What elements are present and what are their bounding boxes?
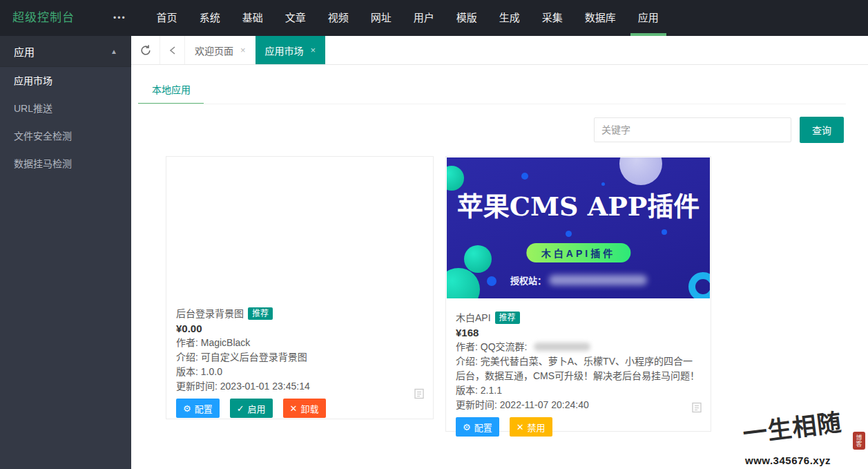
tab-app-market[interactable]: 应用市场 ×	[255, 36, 326, 64]
app-author: 作者: MagicBlack	[176, 336, 423, 350]
more-menu-icon[interactable]: •••	[104, 0, 136, 36]
changelog-document-icon[interactable]	[691, 401, 702, 416]
sidebar-group-app[interactable]: 应用 ▲	[0, 36, 131, 67]
gear-icon: ⚙	[463, 423, 471, 432]
nav-item-template[interactable]: 模版	[445, 0, 488, 36]
nav-item-website[interactable]: 网址	[360, 0, 403, 36]
recommended-badge: 推荐	[248, 307, 273, 320]
close-icon[interactable]: ×	[311, 45, 316, 55]
refresh-icon	[139, 44, 152, 57]
decor-dot-blue	[521, 173, 528, 180]
app-price: ¥168	[456, 325, 701, 340]
decor-ring-blue	[688, 272, 710, 298]
nav-item-user[interactable]: 用户	[403, 0, 445, 36]
disable-button[interactable]: ✕ 禁用	[510, 417, 552, 437]
app-version: 版本: 2.1.1	[456, 383, 701, 398]
app-card-mubai-api: 苹果CMS APP插件 木白API插件 授权站： 木白API推荐 ¥168 作者…	[445, 156, 711, 432]
sidebar-item-file-security-check[interactable]: 文件安全检测	[0, 122, 131, 150]
decor-circle-teal	[464, 245, 492, 273]
tab-local-apps[interactable]: 本地应用	[152, 82, 191, 96]
enable-button-label: 启用	[248, 402, 266, 415]
redacted-auth-site	[549, 275, 647, 285]
app-updated-time: 更新时间: 2023-01-01 23:45:14	[176, 379, 423, 394]
nav-item-home[interactable]: 首页	[146, 0, 189, 36]
changelog-document-icon[interactable]	[414, 387, 425, 402]
banner-title: 苹果CMS APP插件	[447, 185, 710, 223]
redacted-qq-group	[534, 343, 590, 351]
sidebar-item-data-trojan-check[interactable]: 数据挂马检测	[0, 150, 131, 178]
app-author: 作者: QQ交流群:	[456, 341, 527, 352]
nav-item-app[interactable]: 应用	[627, 0, 670, 36]
tab-welcome-page[interactable]: 欢迎页面 ×	[185, 36, 255, 64]
sidebar: 应用 ▲ 应用市场 URL推送 文件安全检测 数据挂马检测	[0, 36, 131, 469]
refresh-button[interactable]	[131, 36, 160, 64]
app-title: 后台登录背景图	[176, 308, 244, 319]
main-content: 本地应用 查询 后台登录背景图推荐 ¥0.00 作者: MagicBlack 介…	[131, 65, 868, 469]
config-button[interactable]: ⚙ 配置	[456, 417, 499, 437]
banner-auth-label: 授权站：	[510, 274, 546, 287]
app-card-image-empty	[166, 157, 433, 306]
disable-button-label: 禁用	[528, 421, 546, 434]
app-price: ¥0.00	[176, 321, 423, 336]
app-card-body: 后台登录背景图推荐 ¥0.00 作者: MagicBlack 介绍: 可自定义后…	[176, 306, 423, 418]
sidebar-item-url-push[interactable]: URL推送	[0, 95, 131, 122]
nav-item-generate[interactable]: 生成	[488, 0, 531, 36]
decor-dot-blue	[662, 229, 667, 235]
app-card-login-background: 后台登录背景图推荐 ¥0.00 作者: MagicBlack 介绍: 可自定义后…	[166, 156, 434, 419]
nav-item-basic[interactable]: 基础	[231, 0, 274, 36]
nav-item-system[interactable]: 系统	[189, 0, 231, 36]
app-logo: 超级控制台	[0, 0, 104, 36]
app-version: 版本: 1.0.0	[176, 365, 423, 379]
decor-dot-blue	[566, 231, 572, 237]
gear-icon: ⚙	[183, 404, 191, 413]
nav-item-video[interactable]: 视频	[317, 0, 360, 36]
config-button-label: 配置	[474, 421, 492, 434]
uninstall-button[interactable]: ✕ 卸载	[283, 399, 326, 418]
nav-item-collect[interactable]: 采集	[531, 0, 574, 36]
chevron-left-icon	[168, 45, 177, 56]
uninstall-button-label: 卸载	[301, 402, 319, 415]
app-title: 木白API	[456, 312, 491, 323]
config-button-label: 配置	[195, 402, 213, 415]
nav-item-database[interactable]: 数据库	[574, 0, 627, 36]
decor-dot-blue	[487, 276, 496, 286]
app-updated-time: 更新时间: 2022-11-07 20:24:40	[456, 398, 701, 412]
recommended-badge: 推荐	[495, 312, 520, 324]
top-navigation-bar: 超级控制台 ••• 首页 系统 基础 文章 视频 网址 用户 模版 生成 采集 …	[0, 0, 868, 36]
cross-icon: ✕	[517, 423, 524, 432]
app-intro: 介绍: 完美代替白菜、萝卜A、乐檬TV、小程序的四合一后台，数据互通，CMS可升…	[456, 354, 701, 383]
sidebar-item-app-market[interactable]: 应用市场	[0, 67, 131, 95]
close-icon[interactable]: ×	[240, 45, 246, 55]
cross-icon: ✕	[290, 404, 298, 413]
sidebar-group-label: 应用	[14, 44, 35, 59]
app-card-body: 木白API推荐 ¥168 作者: QQ交流群: 介绍: 完美代替白菜、萝卜A、乐…	[456, 310, 701, 437]
check-icon: ✓	[237, 404, 244, 413]
config-button[interactable]: ⚙ 配置	[176, 399, 220, 418]
tabs-scroll-left-button[interactable]	[160, 36, 185, 64]
banner-pill-label: 木白API插件	[526, 243, 630, 262]
page-tab-bar: 欢迎页面 × 应用市场 ×	[131, 36, 868, 65]
caret-up-icon: ▲	[110, 48, 117, 55]
decor-circle-lavender	[619, 157, 662, 185]
top-nav: 首页 系统 基础 文章 视频 网址 用户 模版 生成 采集 数据库 应用	[146, 0, 670, 36]
enable-button[interactable]: ✓ 启用	[230, 399, 273, 418]
tab-label: 应用市场	[265, 44, 304, 57]
keyword-search-input[interactable]	[594, 117, 791, 142]
nav-item-article[interactable]: 文章	[274, 0, 317, 36]
app-intro: 介绍: 可自定义后台登录背景图	[176, 350, 423, 365]
search-button[interactable]: 查询	[800, 117, 844, 143]
tab-divider-line	[138, 104, 846, 104]
tab-label: 欢迎页面	[195, 44, 233, 57]
app-banner-image: 苹果CMS APP插件 木白API插件 授权站：	[447, 157, 710, 298]
